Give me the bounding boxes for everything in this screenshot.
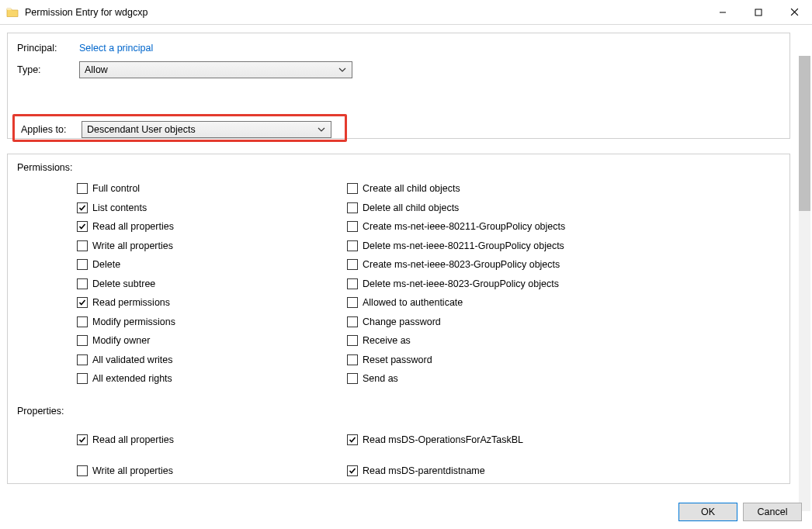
applies-to-dropdown[interactable]: Descendant User objects [82, 121, 331, 138]
principal-label: Principal: [17, 43, 79, 54]
permission-checkbox[interactable] [347, 354, 358, 365]
permission-row: Delete all child objects [347, 199, 677, 218]
permission-checkbox[interactable] [347, 278, 358, 289]
permission-checkbox[interactable] [77, 240, 88, 251]
permission-label: Send as [363, 373, 398, 384]
permission-row: Create ms-net-ieee-8023-GroupPolicy obje… [347, 255, 677, 275]
permission-checkbox[interactable] [347, 221, 358, 232]
permission-label: Allowed to authenticate [363, 297, 463, 308]
permissions-section-label: Permissions: [17, 162, 780, 173]
permission-label: Create ms-net-ieee-80211-GroupPolicy obj… [363, 221, 565, 232]
ok-button-label: OK [701, 507, 715, 517]
permission-row: Reset password [347, 351, 677, 370]
cancel-button[interactable]: Cancel [743, 503, 802, 521]
property-checkbox[interactable] [77, 465, 88, 476]
permission-label: Read permissions [92, 297, 170, 308]
applies-to-label: Applies to: [21, 124, 82, 135]
permission-row: All validated writes [77, 351, 347, 370]
permission-row: Delete [77, 255, 347, 275]
permission-label: Reset password [363, 354, 432, 365]
permission-label: Create all child objects [363, 183, 460, 194]
property-row: Write all properties [77, 455, 347, 485]
permission-checkbox[interactable] [347, 297, 358, 308]
permission-label: Full control [92, 183, 140, 194]
permission-label: Delete subtree [92, 278, 155, 289]
principal-panel: Principal: Select a principal Type: Allo… [7, 33, 790, 139]
applies-to-highlight: Applies to: Descendant User objects [12, 114, 347, 142]
permission-row: All extended rights [77, 369, 347, 389]
type-dropdown[interactable]: Allow [79, 61, 352, 78]
permission-checkbox[interactable] [77, 335, 88, 346]
permission-row: Change password [347, 313, 677, 332]
property-checkbox[interactable] [77, 434, 88, 445]
permission-label: Write all properties [92, 240, 173, 251]
chevron-down-icon [338, 65, 347, 74]
minimize-button[interactable] [705, 0, 741, 24]
properties-section-label: Properties: [17, 406, 780, 417]
chevron-down-icon [317, 125, 326, 134]
permission-label: Modify permissions [92, 316, 175, 327]
permission-row: Receive as [347, 331, 677, 351]
permission-label: Modify owner [92, 335, 150, 346]
maximize-button[interactable] [741, 0, 776, 24]
permission-row: Delete ms-net-ieee-80211-GroupPolicy obj… [347, 237, 677, 256]
select-principal-link[interactable]: Select a principal [79, 43, 153, 54]
permission-checkbox[interactable] [77, 354, 88, 365]
permission-label: Receive as [363, 335, 411, 346]
permission-row: Create ms-net-ieee-80211-GroupPolicy obj… [347, 217, 677, 237]
permission-row: Modify owner [77, 331, 347, 351]
property-row: Read all properties [77, 424, 347, 455]
permission-checkbox[interactable] [77, 221, 88, 232]
permission-row: Read permissions [77, 293, 347, 313]
property-checkbox[interactable] [347, 434, 358, 445]
permission-label: All extended rights [92, 373, 172, 384]
property-row: Read msDS-parentdistname [347, 455, 677, 485]
permission-label: Delete all child objects [363, 202, 459, 213]
permission-checkbox[interactable] [77, 259, 88, 270]
permission-row: Delete subtree [77, 275, 347, 294]
permission-checkbox[interactable] [347, 335, 358, 346]
permission-checkbox[interactable] [77, 373, 88, 384]
scrollbar-thumb[interactable] [799, 56, 810, 211]
ok-button[interactable]: OK [678, 503, 737, 521]
folder-icon [6, 6, 19, 19]
type-label: Type: [17, 64, 79, 75]
title-bar: Permission Entry for wdgcxp [0, 0, 812, 25]
permission-checkbox[interactable] [77, 297, 88, 308]
vertical-scrollbar[interactable] [799, 56, 810, 511]
property-label: Write all properties [92, 465, 173, 476]
permission-checkbox[interactable] [77, 316, 88, 327]
cancel-button-label: Cancel [758, 507, 788, 517]
property-checkbox[interactable] [347, 465, 358, 476]
permission-label: Delete ms-net-ieee-8023-GroupPolicy obje… [363, 278, 559, 289]
permission-label: Delete [92, 259, 120, 270]
permission-label: Change password [363, 316, 441, 327]
permission-row: Full control [77, 179, 347, 199]
permission-checkbox[interactable] [77, 202, 88, 213]
permission-row: Modify permissions [77, 313, 347, 332]
property-label: Read msDS-parentdistname [363, 465, 485, 476]
permission-checkbox[interactable] [347, 202, 358, 213]
window-title: Permission Entry for wdgcxp [25, 7, 147, 18]
permission-label: Delete ms-net-ieee-80211-GroupPolicy obj… [363, 240, 564, 251]
permission-checkbox[interactable] [347, 240, 358, 251]
permission-checkbox[interactable] [77, 183, 88, 194]
permission-checkbox[interactable] [347, 316, 358, 327]
permission-row: Write all properties [77, 237, 347, 256]
permission-row: Read all properties [77, 217, 347, 237]
permission-label: Create ms-net-ieee-8023-GroupPolicy obje… [363, 259, 560, 270]
permission-checkbox[interactable] [77, 278, 88, 289]
permission-label: Read all properties [92, 221, 174, 232]
property-label: Read msDS-OperationsForAzTaskBL [363, 434, 523, 445]
permission-checkbox[interactable] [347, 373, 358, 384]
property-label: Read all properties [92, 434, 174, 445]
permission-row: Create all child objects [347, 179, 677, 199]
dialog-footer: OK Cancel [678, 503, 802, 521]
applies-to-dropdown-value: Descendant User objects [87, 124, 317, 135]
close-button[interactable] [776, 0, 812, 24]
svg-rect-0 [755, 9, 762, 16]
permission-label: List contents [92, 202, 147, 213]
permission-row: Send as [347, 369, 677, 389]
permission-checkbox[interactable] [347, 259, 358, 270]
permission-checkbox[interactable] [347, 183, 358, 194]
